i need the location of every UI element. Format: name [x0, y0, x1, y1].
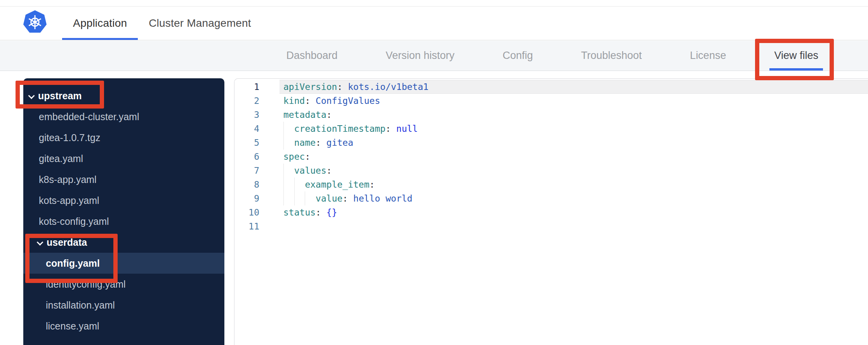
- chevron-down-icon[interactable]: [28, 93, 34, 99]
- folder-label: userdata: [47, 237, 87, 248]
- secondary-nav: DashboardVersion historyConfigTroublesho…: [0, 41, 868, 71]
- code-token: null: [391, 124, 418, 134]
- nav-tab-license[interactable]: License: [690, 41, 726, 71]
- active-tab-underline: [62, 38, 138, 40]
- line-number: 2: [234, 94, 279, 108]
- code-token: kind: [283, 96, 305, 106]
- code-line: 6spec:: [234, 150, 868, 164]
- line-number: 3: [234, 108, 279, 122]
- line-number: 5: [234, 136, 279, 150]
- file-row-embedded-cluster-yaml[interactable]: embedded-cluster.yaml: [23, 106, 224, 127]
- line-number: 9: [234, 191, 279, 205]
- code-token: status: [283, 207, 316, 217]
- nav-tab-label: Version history: [386, 50, 455, 62]
- code-token: values: [294, 166, 326, 176]
- indent-guide: [305, 191, 305, 205]
- line-content: status: {}: [279, 205, 868, 219]
- file-label: gitea-1.0.7.tgz: [39, 132, 100, 143]
- file-label: license.yaml: [46, 321, 99, 332]
- nav-tab-troubleshoot[interactable]: Troubleshoot: [581, 41, 642, 71]
- code-token: :: [342, 193, 348, 204]
- header-tabs: ApplicationCluster Management: [62, 7, 262, 40]
- file-label: identityconfig.yaml: [46, 279, 126, 290]
- header-tab-label: Cluster Management: [149, 17, 251, 29]
- nav-tab-label: License: [690, 50, 726, 62]
- line-number: 8: [234, 178, 279, 191]
- code-token: kots.io/v1beta1: [342, 82, 429, 92]
- file-row-config-yaml[interactable]: config.yaml: [23, 253, 224, 274]
- line-number: 6: [234, 150, 279, 164]
- header-tab-application[interactable]: Application: [62, 7, 138, 40]
- file-label: config.yaml: [46, 258, 100, 269]
- file-row-kots-config-yaml[interactable]: kots-config.yaml: [23, 211, 224, 232]
- code-token: :: [316, 138, 321, 148]
- file-row-gitea-yaml[interactable]: gitea.yaml: [23, 148, 224, 169]
- code-token: :: [370, 179, 375, 190]
- app-root: ApplicationCluster Management DashboardV…: [0, 0, 868, 345]
- line-number: 7: [234, 164, 279, 178]
- code-line: 7 values:: [234, 164, 868, 178]
- code-token: name: [294, 138, 316, 148]
- indent-guide: [283, 191, 284, 205]
- nav-tab-label: Dashboard: [286, 50, 338, 62]
- file-row-gitea-1-0-7-tgz[interactable]: gitea-1.0.7.tgz: [23, 127, 224, 148]
- folder-row-userdata[interactable]: userdata: [23, 232, 224, 253]
- code-token: spec: [283, 152, 305, 162]
- code-token: :: [316, 207, 321, 217]
- file-label: kots-app.yaml: [39, 195, 99, 206]
- file-row-installation-yaml[interactable]: installation.yaml: [23, 295, 224, 316]
- line-content: [279, 219, 868, 233]
- indent-guide: [283, 136, 284, 150]
- nav-tab-version-history[interactable]: Version history: [386, 41, 455, 71]
- code-line: 9 value: hello world: [234, 191, 868, 205]
- header-tab-cluster-management[interactable]: Cluster Management: [138, 7, 262, 40]
- line-number: 1: [234, 80, 279, 94]
- nav-tab-underline: [769, 68, 823, 71]
- folder-row-upstream[interactable]: upstream: [23, 85, 224, 106]
- code-token: :: [385, 124, 391, 134]
- code-line: 2kind: ConfigValues: [234, 94, 868, 108]
- file-label: k8s-app.yaml: [39, 174, 97, 185]
- nav-tab-view-files[interactable]: View files: [774, 41, 818, 71]
- line-number: 11: [234, 219, 279, 233]
- file-row-kots-app-yaml[interactable]: kots-app.yaml: [23, 190, 224, 211]
- nav-tab-dashboard[interactable]: Dashboard: [286, 41, 338, 71]
- nav-tab-label: View files: [774, 50, 818, 62]
- file-row-identityconfig-yaml[interactable]: identityconfig.yaml: [23, 274, 224, 295]
- line-content: creationTimestamp: null: [279, 122, 868, 136]
- file-tree-sidebar: upstreamembedded-cluster.yamlgitea-1.0.7…: [23, 78, 224, 345]
- file-row-k8s-app-yaml[interactable]: k8s-app.yaml: [23, 169, 224, 190]
- code-token: metadata: [283, 110, 326, 120]
- line-number: 10: [234, 205, 279, 219]
- code-line: 3metadata:: [234, 108, 868, 122]
- code-token: {}: [321, 207, 337, 217]
- file-row-license-yaml[interactable]: license.yaml: [23, 316, 224, 336]
- file-label: embedded-cluster.yaml: [39, 111, 139, 122]
- app-header: ApplicationCluster Management: [0, 7, 868, 40]
- code-token: gitea: [321, 138, 353, 148]
- line-content: value: hello world: [279, 191, 868, 205]
- kubernetes-logo-icon: [23, 10, 47, 33]
- line-number: 4: [234, 122, 279, 136]
- line-content: metadata:: [279, 108, 868, 122]
- code-token: :: [326, 166, 332, 176]
- code-token: apiVersion: [283, 82, 337, 92]
- code-line: 1apiVersion: kots.io/v1beta1: [234, 80, 868, 94]
- code-token: example_item: [305, 179, 369, 190]
- line-content: kind: ConfigValues: [279, 94, 868, 108]
- line-content: example_item:: [279, 178, 868, 191]
- file-label: installation.yaml: [46, 300, 115, 311]
- chevron-down-icon[interactable]: [37, 240, 43, 245]
- code-token: :: [305, 152, 310, 162]
- indent-guide: [283, 122, 284, 136]
- code-token: :: [337, 82, 342, 92]
- file-label: kots-config.yaml: [39, 216, 109, 227]
- line-content: name: gitea: [279, 136, 868, 150]
- code-token: hello world: [348, 193, 412, 204]
- nav-tab-config[interactable]: Config: [503, 41, 533, 71]
- indent-guide: [283, 164, 284, 178]
- code-token: value: [316, 193, 342, 204]
- indent-guide: [283, 178, 284, 191]
- header-tab-label: Application: [73, 17, 127, 29]
- code-viewer[interactable]: 1apiVersion: kots.io/v1beta12kind: Confi…: [234, 78, 868, 345]
